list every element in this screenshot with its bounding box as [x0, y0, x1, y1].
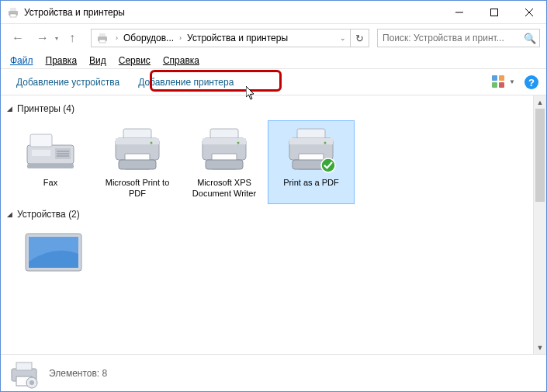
svg-point-29	[151, 142, 153, 144]
history-dropdown[interactable]: ▾	[55, 35, 58, 42]
printer-icon	[196, 125, 252, 175]
search-icon[interactable]: 🔍	[521, 33, 539, 44]
device-label: Microsoft XPS Document Writer	[185, 178, 263, 199]
svg-rect-23	[27, 164, 74, 168]
help-button[interactable]: ?	[523, 74, 540, 91]
menu-help[interactable]: Справка	[157, 54, 206, 68]
app-icon	[7, 6, 19, 19]
printer-icon	[283, 125, 339, 175]
monitor-icon	[19, 231, 88, 269]
scroll-up-button[interactable]: ▲	[534, 95, 546, 109]
add-printer-button[interactable]: Добавление принтера	[129, 73, 243, 92]
svg-rect-11	[499, 75, 504, 81]
minimize-button[interactable]	[441, 1, 476, 23]
svg-point-42	[321, 158, 335, 172]
scroll-track[interactable]	[534, 202, 546, 341]
window-controls	[441, 1, 546, 23]
device-label: Fax	[43, 178, 57, 189]
menu-edit[interactable]: Правка	[40, 54, 84, 68]
svg-rect-8	[99, 33, 106, 36]
svg-rect-13	[499, 82, 504, 88]
vertical-scrollbar[interactable]: ▲ ▼	[533, 95, 546, 354]
printer-icon	[109, 125, 165, 175]
group-count: (4)	[63, 103, 74, 114]
svg-rect-46	[16, 363, 32, 370]
menu-file[interactable]: Файл	[4, 54, 40, 68]
collapse-icon: ◢	[7, 210, 12, 218]
search-input[interactable]	[378, 33, 521, 43]
title-bar: Устройства и принтеры	[1, 1, 546, 24]
up-button[interactable]: ↑	[61, 27, 83, 49]
svg-rect-2	[10, 14, 16, 17]
svg-point-35	[237, 142, 240, 144]
close-button[interactable]	[511, 1, 546, 23]
svg-point-41	[324, 142, 327, 144]
printers-grid: Fax Microsoft Print to PDF	[7, 120, 527, 204]
breadcrumb-sep[interactable]: ›	[113, 34, 120, 42]
menu-bar: Файл Правка Вид Сервис Справка	[1, 52, 546, 69]
svg-rect-32	[203, 138, 246, 144]
svg-text:?: ?	[528, 77, 535, 88]
toolbar: Добавление устройства Добавление принтер…	[1, 69, 546, 95]
default-check-icon	[320, 158, 336, 173]
group-devices-header[interactable]: ◢ Устройства (2)	[7, 209, 527, 220]
refresh-button[interactable]: ↻	[350, 29, 369, 47]
content-area: ◢ Принтеры (4) Fax	[1, 95, 546, 354]
group-label: Устройства	[17, 209, 66, 220]
add-device-button[interactable]: Добавление устройства	[7, 73, 129, 92]
breadcrumb-level2[interactable]: Устройства и принтеры	[184, 29, 291, 47]
status-icon	[9, 358, 40, 389]
device-label: Print as a PDF	[283, 178, 339, 189]
device-item-monitor[interactable]	[7, 226, 100, 274]
breadcrumb-sep[interactable]: ›	[177, 34, 184, 42]
device-label: Microsoft Print to PDF	[99, 178, 176, 199]
search-box[interactable]: 🔍	[377, 29, 540, 47]
items-view[interactable]: ◢ Принтеры (4) Fax	[1, 95, 533, 354]
back-button[interactable]: ←	[7, 27, 29, 49]
group-label: Принтеры	[17, 103, 61, 114]
status-bar: Элементов: 8	[1, 354, 546, 391]
svg-rect-9	[99, 40, 106, 43]
location-icon	[95, 30, 110, 46]
address-dropdown[interactable]: ⌄	[336, 34, 350, 42]
view-dropdown[interactable]: ▼	[509, 78, 515, 85]
fax-icon	[23, 125, 78, 175]
group-count: (2)	[68, 209, 80, 220]
svg-rect-12	[492, 82, 497, 88]
svg-rect-38	[289, 138, 333, 144]
device-item-xps[interactable]: Microsoft XPS Document Writer	[181, 120, 268, 204]
device-item-ms-print-pdf[interactable]: Microsoft Print to PDF	[94, 120, 181, 204]
svg-rect-22	[32, 150, 50, 156]
group-printers-header[interactable]: ◢ Принтеры (4)	[7, 103, 527, 114]
svg-rect-17	[30, 134, 52, 147]
scroll-thumb[interactable]	[535, 109, 545, 202]
svg-rect-1	[10, 8, 16, 11]
devices-grid	[7, 226, 527, 274]
navigation-row: ← → ▾ ↑ › Оборудов... › Устройства и при…	[1, 24, 546, 52]
view-options-button[interactable]	[490, 74, 507, 91]
device-item-print-as-pdf[interactable]: Print as a PDF	[268, 120, 355, 204]
svg-rect-34	[206, 160, 243, 169]
svg-rect-28	[119, 160, 156, 169]
scroll-down-button[interactable]: ▼	[534, 341, 546, 354]
window-title: Устройства и принтеры	[24, 7, 441, 18]
address-bar[interactable]: › Оборудов... › Устройства и принтеры ⌄ …	[91, 29, 369, 47]
svg-rect-4	[490, 9, 497, 16]
forward-button[interactable]: →	[32, 27, 54, 49]
menu-view[interactable]: Вид	[83, 54, 113, 68]
device-item-fax[interactable]: Fax	[7, 120, 94, 204]
svg-rect-10	[492, 75, 497, 81]
svg-rect-26	[116, 138, 159, 144]
maximize-button[interactable]	[476, 1, 511, 23]
breadcrumb-level1[interactable]: Оборудов...	[120, 29, 177, 47]
menu-tools[interactable]: Сервис	[113, 54, 157, 68]
svg-point-49	[29, 380, 34, 385]
collapse-icon: ◢	[7, 105, 12, 113]
status-text: Элементов: 8	[49, 368, 107, 379]
